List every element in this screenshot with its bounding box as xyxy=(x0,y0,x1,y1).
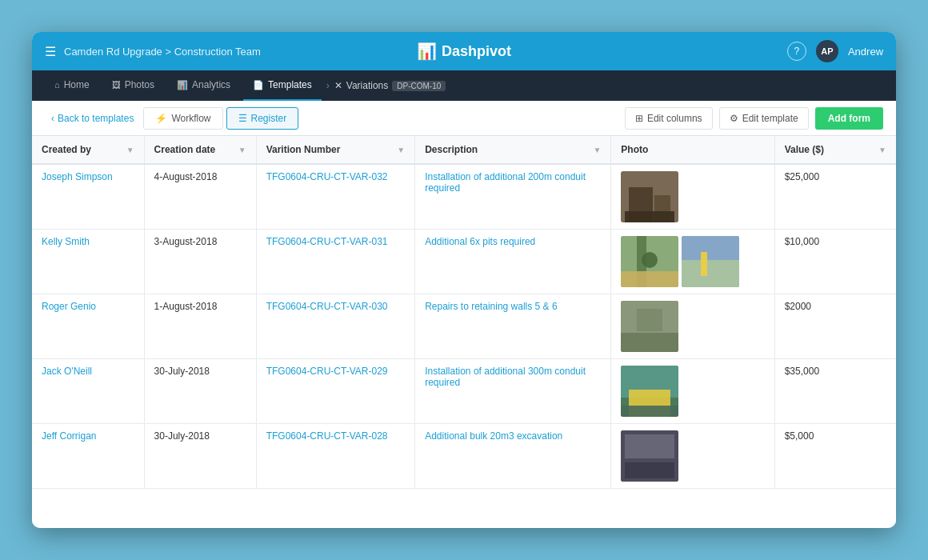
register-tab[interactable]: ☰ Register xyxy=(226,107,299,130)
svg-rect-14 xyxy=(621,333,678,352)
home-icon: ⌂ xyxy=(54,80,60,90)
register-label: Register xyxy=(251,113,287,124)
cell-photo xyxy=(611,164,774,230)
created-by-link[interactable]: Joseph Simpson xyxy=(42,171,113,182)
col-header-value: Value ($) ▼ xyxy=(774,136,896,164)
photo-thumbnail[interactable] xyxy=(621,366,678,417)
col-header-photo: Photo xyxy=(611,136,774,164)
cell-creation-date: 4-August-2018 xyxy=(144,164,256,230)
col-header-creation-date: Creation date ▼ xyxy=(144,136,256,164)
edit-columns-icon: ⊞ xyxy=(635,113,643,124)
variation-number-link[interactable]: TFG0604-CRU-CT-VAR-032 xyxy=(266,171,388,182)
breadcrumb-label: Variations xyxy=(346,80,388,91)
description-link[interactable]: Repairs to retaining walls 5 & 6 xyxy=(425,301,557,312)
breadcrumb-icon: ✕ xyxy=(334,80,342,91)
svg-rect-3 xyxy=(625,211,674,222)
back-icon: ‹ xyxy=(51,113,54,124)
nav-analytics-label: Analytics xyxy=(192,79,230,90)
svg-rect-15 xyxy=(637,309,662,331)
photo-thumbnail[interactable] xyxy=(621,236,678,287)
svg-rect-19 xyxy=(621,406,678,417)
cell-variation-number: TFG0604-CRU-CT-VAR-029 xyxy=(256,359,414,424)
breadcrumb-item: ✕ Variations DP-COM-10 xyxy=(334,80,446,91)
back-to-templates-button[interactable]: ‹ Back to templates xyxy=(45,110,140,127)
cell-variation-number: TFG0604-CRU-CT-VAR-030 xyxy=(256,294,414,359)
svg-rect-6 xyxy=(621,271,678,287)
filter-value-icon[interactable]: ▼ xyxy=(878,146,886,154)
cell-description: Installation of additional 200m conduit … xyxy=(415,164,611,230)
cell-created-by: Joseph Simpson xyxy=(32,164,144,230)
table-row: Kelly Smith 3-August-2018 TFG0604-CRU-CT… xyxy=(32,230,896,294)
data-table: Created by ▼ Creation date ▼ Varition Nu… xyxy=(32,136,896,489)
help-button[interactable]: ? xyxy=(787,42,806,61)
cell-variation-number: TFG0604-CRU-CT-VAR-031 xyxy=(256,230,414,294)
table-row: Jack O'Neill 30-July-2018 TFG0604-CRU-CT… xyxy=(32,359,896,424)
filter-creation-date-icon[interactable]: ▼ xyxy=(238,146,246,154)
created-by-link[interactable]: Jack O'Neill xyxy=(42,366,92,377)
cell-created-by: Roger Genio xyxy=(32,294,144,359)
created-by-link[interactable]: Kelly Smith xyxy=(42,236,90,247)
nav-home[interactable]: ⌂ Home xyxy=(45,70,99,101)
cell-photo xyxy=(611,424,774,489)
description-link[interactable]: Installation of additional 200m conduit … xyxy=(425,171,586,194)
created-by-link[interactable]: Roger Genio xyxy=(42,301,96,312)
photo-thumbnail[interactable] xyxy=(682,236,739,287)
cell-photo xyxy=(611,230,774,294)
app-name: Dashpivot xyxy=(442,43,511,60)
cell-value: $35,000 xyxy=(774,359,896,424)
workflow-tab[interactable]: ⚡ Workflow xyxy=(143,107,222,130)
cell-creation-date: 30-July-2018 xyxy=(144,424,256,489)
add-form-button[interactable]: Add form xyxy=(815,107,883,130)
workflow-icon: ⚡ xyxy=(155,113,167,124)
topbar: ☰ Camden Rd Upgrade > Construction Team … xyxy=(32,32,896,70)
avatar: AP xyxy=(816,40,838,62)
photo-thumbnail[interactable] xyxy=(621,430,678,482)
nav-photos[interactable]: 🖼 Photos xyxy=(102,70,164,101)
svg-rect-9 xyxy=(682,236,739,260)
filter-variation-number-icon[interactable]: ▼ xyxy=(397,146,405,154)
col-header-variation-number: Varition Number ▼ xyxy=(256,136,414,164)
cell-photo xyxy=(611,294,774,359)
svg-rect-10 xyxy=(682,260,739,287)
cell-photo xyxy=(611,359,774,424)
nav-templates[interactable]: 📄 Templates xyxy=(243,70,322,101)
cell-created-by: Jack O'Neill xyxy=(32,359,144,424)
back-label: Back to templates xyxy=(58,113,134,124)
username-label: Andrew xyxy=(848,46,883,58)
created-by-link[interactable]: Jeff Corrigan xyxy=(42,430,96,442)
templates-icon: 📄 xyxy=(253,80,264,90)
variation-number-link[interactable]: TFG0604-CRU-CT-VAR-031 xyxy=(266,236,388,247)
nav-photos-label: Photos xyxy=(125,79,154,90)
cell-value: $10,000 xyxy=(774,230,896,294)
cell-value: $25,000 xyxy=(774,164,896,230)
nav-analytics[interactable]: 📊 Analytics xyxy=(167,70,240,101)
filter-created-by-icon[interactable]: ▼ xyxy=(126,146,134,154)
table-header-row: Created by ▼ Creation date ▼ Varition Nu… xyxy=(32,136,896,164)
app-window: ☰ Camden Rd Upgrade > Construction Team … xyxy=(32,32,896,528)
nav-home-label: Home xyxy=(64,79,90,90)
photo-thumbnail[interactable] xyxy=(621,301,678,352)
data-table-wrapper: Created by ▼ Creation date ▼ Varition Nu… xyxy=(32,136,896,528)
cell-creation-date: 3-August-2018 xyxy=(144,230,256,294)
hamburger-icon[interactable]: ☰ xyxy=(45,44,56,59)
edit-columns-button[interactable]: ⊞ Edit columns xyxy=(625,107,713,130)
edit-template-button[interactable]: ⚙ Edit template xyxy=(719,107,809,130)
description-link[interactable]: Additional bulk 20m3 excavation xyxy=(425,430,562,442)
cell-description: Repairs to retaining walls 5 & 6 xyxy=(415,294,611,359)
description-link[interactable]: Additional 6x pits required xyxy=(425,236,535,247)
photo-thumbnail[interactable] xyxy=(621,171,678,222)
description-link[interactable]: Installation of additional 300m conduit … xyxy=(425,366,586,388)
variation-number-link[interactable]: TFG0604-CRU-CT-VAR-028 xyxy=(266,430,388,442)
register-icon: ☰ xyxy=(238,113,247,124)
workflow-label: Workflow xyxy=(171,113,210,124)
cell-creation-date: 1-August-2018 xyxy=(144,294,256,359)
cell-variation-number: TFG0604-CRU-CT-VAR-028 xyxy=(256,424,414,489)
cell-creation-date: 30-July-2018 xyxy=(144,359,256,424)
analytics-icon: 📊 xyxy=(177,80,188,90)
cell-created-by: Jeff Corrigan xyxy=(32,424,144,489)
variation-number-link[interactable]: TFG0604-CRU-CT-VAR-029 xyxy=(266,366,388,377)
variation-number-link[interactable]: TFG0604-CRU-CT-VAR-030 xyxy=(266,301,388,312)
filter-description-icon[interactable]: ▼ xyxy=(593,146,601,154)
cell-value: $2000 xyxy=(774,294,896,359)
svg-rect-11 xyxy=(701,252,707,276)
